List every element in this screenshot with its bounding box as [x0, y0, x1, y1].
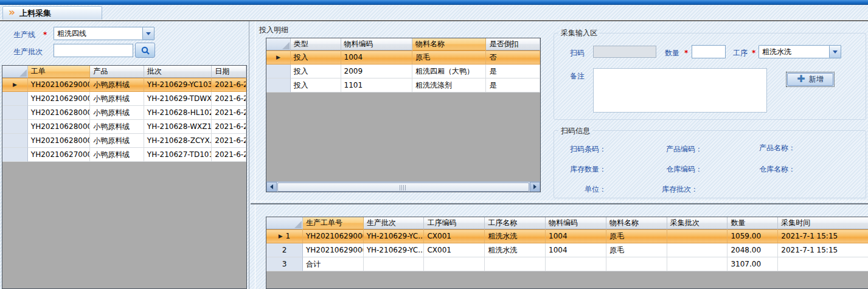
cell[interactable]: [667, 229, 728, 243]
column-header[interactable]: 类型: [291, 38, 341, 50]
horizontal-scrollbar[interactable]: [266, 181, 540, 192]
column-header[interactable]: 工序名称: [485, 217, 546, 229]
vertical-splitter[interactable]: [249, 21, 255, 289]
cell[interactable]: YH202106280009: [28, 106, 90, 120]
column-header[interactable]: 工序编码: [424, 217, 485, 229]
scroll-right-button[interactable]: [530, 182, 540, 192]
column-header[interactable]: 采集时间: [778, 217, 868, 229]
cell[interactable]: 是: [486, 64, 540, 78]
row-selector[interactable]: [2, 120, 28, 134]
cell[interactable]: 原毛: [606, 229, 667, 243]
cell[interactable]: YH202106280006: [28, 134, 90, 148]
column-header[interactable]: 物料编码: [546, 217, 606, 229]
scan-input[interactable]: [593, 46, 656, 58]
cell[interactable]: 是: [486, 78, 540, 92]
add-button[interactable]: ✚ 新增: [787, 73, 833, 86]
cell[interactable]: YH202106270008: [28, 148, 90, 162]
cell[interactable]: YH-210629-TDWX...: [144, 92, 212, 106]
cell[interactable]: 合计: [303, 257, 364, 271]
cell[interactable]: YH202106290009: [303, 229, 364, 243]
column-header[interactable]: 日期: [212, 66, 246, 78]
table-row[interactable]: YH202106280009 小鸭原料绒 YH-210628-HL1029 20…: [2, 106, 246, 120]
cell[interactable]: 否: [486, 50, 540, 64]
cell[interactable]: 2021-7-1 15:15: [778, 229, 868, 243]
cell[interactable]: [778, 257, 868, 271]
cell[interactable]: [364, 257, 425, 271]
table-row[interactable]: YH202106290008 小鸭原料绒 YH-210629-TDWX... 2…: [2, 92, 246, 106]
select-all-corner[interactable]: [266, 217, 303, 229]
cell[interactable]: YH202106290009: [303, 243, 364, 257]
cell[interactable]: [485, 257, 546, 271]
cell[interactable]: YH202106290008: [28, 92, 90, 106]
table-row[interactable]: YH202106280007 小鸭原料绒 YH-210628-WXZ1027 2…: [2, 120, 246, 134]
cell[interactable]: 粗洗洗涤剂: [412, 78, 486, 92]
cell[interactable]: 1101: [341, 78, 412, 92]
cell[interactable]: 粗洗水洗: [485, 243, 546, 257]
cell[interactable]: 小鸭原料绒: [90, 78, 144, 92]
cell[interactable]: YH202106290009: [28, 78, 90, 92]
cell[interactable]: 小鸭原料绒: [90, 148, 144, 162]
dropdown-button[interactable]: [142, 27, 154, 40]
cell[interactable]: YH-210628-WXZ1027: [144, 120, 212, 134]
dropdown-button[interactable]: [829, 46, 841, 58]
cell[interactable]: 2009: [341, 64, 412, 78]
cell[interactable]: [667, 257, 728, 271]
cell[interactable]: [424, 257, 485, 271]
column-header[interactable]: 批次: [144, 66, 212, 78]
cell[interactable]: 2021-7-1 15:15: [778, 243, 868, 257]
cell[interactable]: 2021-6-29: [212, 78, 246, 92]
cell[interactable]: 2021-6-27: [212, 148, 246, 162]
table-row[interactable]: ▶ YH202106290009 小鸭原料绒 YH-210629-YC1038 …: [2, 78, 246, 92]
cell[interactable]: YH-210628-HL1029: [144, 106, 212, 120]
cell[interactable]: 小鸭原料绒: [90, 134, 144, 148]
cell[interactable]: YH-210628-ZCYX...: [144, 134, 212, 148]
cell[interactable]: 原毛: [412, 50, 486, 64]
horizontal-splitter[interactable]: [251, 201, 868, 204]
column-header[interactable]: 采集批次: [667, 217, 728, 229]
row-selector[interactable]: ▶: [266, 50, 291, 64]
cell[interactable]: 2048.00: [727, 243, 778, 257]
table-row[interactable]: ▶ 投入 1004 原毛 否: [266, 50, 540, 64]
cell[interactable]: 2021-6-28: [212, 120, 246, 134]
table-row[interactable]: ▶1 YH202106290009 YH-210629-YC... CX001 …: [266, 229, 868, 243]
cell[interactable]: CX001: [424, 229, 485, 243]
row-selector[interactable]: [2, 92, 28, 106]
cell[interactable]: 投入: [291, 78, 341, 92]
production-line-select[interactable]: 粗洗四线: [54, 27, 155, 40]
cell[interactable]: YH-210629-YC1038: [144, 78, 212, 92]
cell[interactable]: 粗洗水洗: [485, 229, 546, 243]
select-all-corner[interactable]: [266, 38, 291, 50]
cell[interactable]: 小鸭原料绒: [90, 120, 144, 134]
column-header[interactable]: 物料名称: [412, 38, 486, 50]
select-all-corner[interactable]: [2, 66, 28, 78]
cell[interactable]: 小鸭原料绒: [90, 92, 144, 106]
table-row[interactable]: YH202106280006 小鸭原料绒 YH-210628-ZCYX... 2…: [2, 134, 246, 148]
cell[interactable]: 1059.00: [727, 229, 778, 243]
cell[interactable]: [546, 257, 606, 271]
cell[interactable]: CX001: [424, 243, 485, 257]
cell[interactable]: 粗洗四厢（大鸭）: [412, 64, 486, 78]
column-header[interactable]: 生产工单号: [303, 217, 364, 229]
cell[interactable]: 3107.00: [727, 257, 778, 271]
cell[interactable]: 2021-6-29: [212, 92, 246, 106]
cell[interactable]: 2021-6-28: [212, 106, 246, 120]
row-selector[interactable]: ▶1: [266, 229, 303, 243]
cell[interactable]: 1004: [546, 243, 606, 257]
column-header[interactable]: 是否倒扣: [486, 38, 540, 50]
quantity-input[interactable]: [692, 45, 726, 58]
row-selector[interactable]: 3: [266, 257, 303, 271]
process-select[interactable]: 粗洗水洗: [759, 45, 841, 58]
cell[interactable]: 原毛: [606, 243, 667, 257]
table-row[interactable]: YH202106270008 小鸭原料绒 YH-210627-TD1018 20…: [2, 148, 246, 162]
row-selector[interactable]: ▶: [2, 78, 28, 92]
cell[interactable]: 投入: [291, 50, 341, 64]
cell[interactable]: YH-210629-YC...: [364, 229, 425, 243]
cell[interactable]: YH-210627-TD1018: [144, 148, 212, 162]
note-textarea[interactable]: [593, 68, 767, 113]
row-selector[interactable]: [2, 148, 28, 162]
tab-material-loading[interactable]: » 上料采集: [2, 6, 102, 20]
row-selector[interactable]: 2: [266, 243, 303, 257]
row-selector[interactable]: [2, 106, 28, 120]
cell[interactable]: 1004: [546, 229, 606, 243]
column-header[interactable]: 生产批次: [364, 217, 425, 229]
